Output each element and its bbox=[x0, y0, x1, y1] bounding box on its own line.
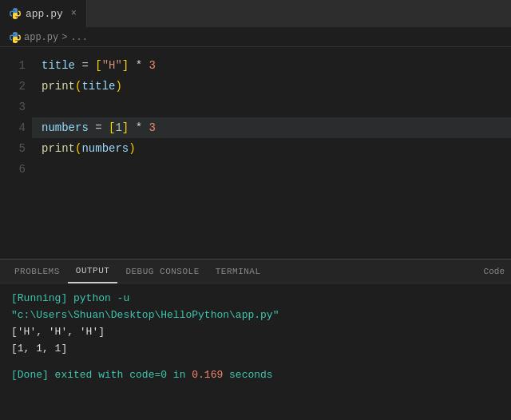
line-num-4: 4 bbox=[10, 117, 26, 138]
python-icon bbox=[10, 8, 21, 19]
token-1-num: 1 bbox=[115, 117, 121, 138]
token-bracket-close: ] bbox=[122, 55, 129, 76]
code-line-6 bbox=[32, 159, 511, 180]
tab-output[interactable]: OUTPUT bbox=[68, 260, 118, 283]
tab-app-py[interactable]: app.py × bbox=[0, 0, 87, 28]
line-numbers: 1 2 3 4 5 6 bbox=[0, 47, 32, 259]
output-panel: PROBLEMS OUTPUT DEBUG CONSOLE TERMINAL C… bbox=[0, 259, 511, 420]
token-title-ref: title bbox=[81, 76, 115, 97]
token-title-var: title bbox=[42, 55, 75, 76]
token-bracket-open: [ bbox=[95, 55, 101, 76]
tab-problems[interactable]: PROBLEMS bbox=[6, 260, 68, 283]
token-eq-2: = bbox=[89, 117, 109, 138]
line-num-1: 1 bbox=[10, 55, 26, 76]
code-line-2: print ( title ) bbox=[32, 76, 511, 97]
breadcrumb-context: ... bbox=[70, 32, 88, 43]
token-numbers-var: numbers bbox=[42, 117, 89, 138]
output-list-1: [1, 1, 1] bbox=[11, 343, 67, 355]
code-line-3 bbox=[32, 97, 511, 117]
code-line-1: title = [ "H" ] * 3 bbox=[32, 55, 511, 76]
token-bracket-close-2: ] bbox=[122, 117, 129, 138]
output-line-4: [1, 1, 1] bbox=[11, 340, 500, 357]
token-paren-close-2: ) bbox=[129, 138, 135, 159]
breadcrumb-python-icon bbox=[10, 32, 21, 43]
token-bracket-open-2: [ bbox=[109, 117, 115, 138]
token-eq: = bbox=[75, 55, 95, 76]
token-mult-op: * bbox=[129, 55, 149, 76]
line-num-6: 6 bbox=[10, 159, 26, 180]
token-mult-op-2: * bbox=[129, 117, 149, 138]
output-done-line: [Done] exited with code=0 in 0.169 secon… bbox=[11, 367, 500, 383]
panel-right-label: Code bbox=[484, 260, 505, 283]
breadcrumb-file: app.py bbox=[24, 32, 58, 43]
tab-bar: app.py × bbox=[0, 0, 511, 28]
token-3-num-2: 3 bbox=[149, 117, 155, 138]
output-line-3: ['H', 'H', 'H'] bbox=[11, 323, 500, 340]
output-time-value: 0.169 bbox=[192, 369, 223, 381]
token-print-func-2: print bbox=[42, 138, 75, 159]
code-lines: title = [ "H" ] * 3 print ( title ) numb… bbox=[32, 47, 511, 259]
breadcrumb: app.py > ... bbox=[0, 28, 511, 47]
output-done-text: [Done] exited with code=0 in bbox=[11, 369, 192, 381]
panel-output-content: [Running] python -u "c:\Users\Shuan\Desk… bbox=[0, 283, 511, 420]
tab-filename: app.py bbox=[26, 8, 63, 20]
output-list-h: ['H', 'H', 'H'] bbox=[11, 326, 105, 338]
token-paren-close: ) bbox=[115, 76, 121, 97]
output-line-2: "c:\Users\Shuan\Desktop\HelloPython\app.… bbox=[11, 307, 500, 323]
breadcrumb-separator: > bbox=[61, 32, 67, 43]
panel-tab-bar: PROBLEMS OUTPUT DEBUG CONSOLE TERMINAL C… bbox=[0, 260, 511, 283]
token-numbers-ref: numbers bbox=[81, 138, 129, 159]
tab-debug-console[interactable]: DEBUG CONSOLE bbox=[117, 260, 207, 283]
line-num-2: 2 bbox=[10, 76, 26, 97]
output-running-text: [Running] python -u bbox=[11, 292, 129, 304]
token-paren-open-2: ( bbox=[75, 138, 81, 159]
tab-close-icon[interactable]: × bbox=[71, 8, 77, 19]
token-paren-open: ( bbox=[75, 76, 81, 97]
token-h-str: "H" bbox=[102, 55, 122, 76]
code-editor: 1 2 3 4 5 6 title = [ "H" ] * 3 print ( … bbox=[0, 47, 511, 259]
output-path-text: "c:\Users\Shuan\Desktop\HelloPython\app.… bbox=[11, 309, 279, 321]
token-print-func: print bbox=[42, 76, 75, 97]
code-line-4: numbers = [ 1 ] * 3 bbox=[32, 117, 511, 138]
output-line-1: [Running] python -u bbox=[11, 290, 500, 307]
token-3-num: 3 bbox=[149, 55, 155, 76]
output-seconds-text: seconds bbox=[223, 369, 272, 381]
line-num-3: 3 bbox=[10, 97, 26, 117]
tab-terminal[interactable]: TERMINAL bbox=[208, 260, 269, 283]
line-num-5: 5 bbox=[10, 138, 26, 159]
code-line-5: print ( numbers ) bbox=[32, 138, 511, 159]
